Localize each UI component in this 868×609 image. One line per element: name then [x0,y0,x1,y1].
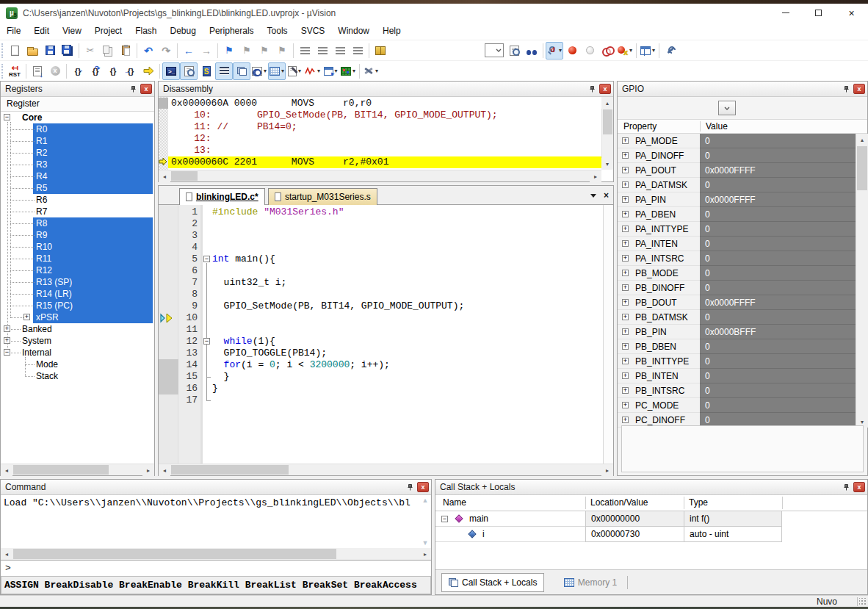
disassembly-code[interactable]: 0x0000060A 0000 MOVS r0,r0 10: GPIO_SetM… [159,97,601,170]
fold-toggle[interactable]: − [203,256,210,262]
menu-item-file[interactable]: File [0,22,27,40]
fold-toggle[interactable]: − [203,338,210,345]
menu-item-view[interactable]: View [56,22,88,40]
system-viewer-button[interactable]: ▾ [322,62,339,80]
resize-grip[interactable] [859,598,867,605]
callstack-row-i[interactable]: i0x00000730auto - uint [435,527,867,542]
gpio-row-pb_mode[interactable]: +PB_MODE0 [618,266,856,281]
editor-line-3[interactable]: 3 [159,230,603,242]
menu-item-edit[interactable]: Edit [27,22,56,40]
pin-icon[interactable] [128,84,139,94]
disassembly-hscrollbar[interactable]: ◂ ▸ [159,170,601,181]
gpio-row-pa_datmsk[interactable]: +PA_DATMSK0 [618,178,856,192]
editor-line-6[interactable]: 6 [159,265,603,277]
tree-expand-box[interactable]: + [622,314,629,320]
tree-expand-box[interactable]: + [622,328,629,335]
new-file-button[interactable] [6,42,23,60]
editor-line-10[interactable]: 10 [159,312,603,324]
show-next-statement-button[interactable] [140,62,157,80]
close-icon[interactable]: x [417,482,429,492]
target-select-combo-button[interactable] [483,42,505,60]
run-button[interactable] [29,62,46,80]
gpio-row-pb_inttype[interactable]: +PB_INTTYPE0 [618,354,856,369]
indent-right-button[interactable] [314,42,331,60]
register-row-banked[interactable]: Banked [1,323,154,335]
tree-expand-box[interactable]: + [622,358,629,364]
load-application-button[interactable] [372,42,389,60]
menu-item-tools[interactable]: Tools [261,22,294,40]
editor-line-17[interactable]: 17 [159,394,603,406]
tree-expand-box[interactable]: + [622,226,629,232]
close-button[interactable]: × [835,4,868,22]
window-layout-button[interactable]: ▾ [639,42,657,60]
gpio-vscrollbar[interactable]: ▴ ▾ [856,134,868,428]
tree-expand-box[interactable]: + [622,152,629,159]
uncomment-button[interactable] [349,42,366,60]
tree-expand-box[interactable]: − [4,349,10,356]
undo-button[interactable]: ↶ [140,42,157,60]
gpio-row-pb_dben[interactable]: +PB_DBEN0 [618,339,856,354]
gpio-row-pb_dout[interactable]: +PB_DOUT0x0000FFFF [618,295,856,310]
configure-target-button[interactable] [662,42,679,60]
close-icon[interactable]: x [599,84,611,94]
gpio-row-pb_dinoff[interactable]: +PB_DINOFF0 [618,281,856,295]
tree-expand-box[interactable]: − [441,516,448,522]
step-over-button[interactable]: {}↷ [87,62,104,80]
tree-expand-box[interactable]: + [622,137,629,144]
tree-expand-box[interactable]: + [4,337,10,344]
gpio-row-pa_inttype[interactable]: +PA_INTTYPE0 [618,222,856,237]
tree-expand-box[interactable]: + [622,284,629,291]
editor-line-4[interactable]: 4 [159,242,603,253]
tree-expand-box[interactable]: + [23,314,30,320]
cut-button[interactable]: ✂ [82,42,99,60]
disassembly-window-button[interactable] [180,62,198,80]
bookmark-toggle-button[interactable]: ⚑ [220,42,238,60]
kill-all-breakpoints-button[interactable]: ▾ [616,42,634,60]
editor-line-2[interactable]: 2 [159,218,603,230]
registers-window-button[interactable] [215,62,233,80]
menu-item-project[interactable]: Project [88,22,129,40]
tree-expand-box[interactable]: + [622,255,629,262]
gpio-select-combo[interactable] [718,101,736,115]
editor-hscrollbar[interactable]: ◂ ▸ [159,464,613,475]
gpio-row-pc_mode[interactable]: +PC_MODE0 [618,398,856,413]
bottom-tab-memory-1[interactable]: Memory 1 [557,573,623,592]
find-button[interactable]: d▾ [546,42,563,60]
tree-expand-box[interactable]: + [622,167,629,173]
save-button[interactable] [41,42,59,60]
gpio-row-pb_inten[interactable]: +PB_INTEN0 [618,369,856,383]
indent-left-button[interactable] [296,42,314,60]
redo-button[interactable]: ↷ [157,42,175,60]
close-icon[interactable]: x [140,84,152,94]
editor-line-1[interactable]: 1#include "M031Series.h" [159,206,603,218]
editor-vscrollbar[interactable] [603,205,613,464]
gpio-row-pa_dben[interactable]: +PA_DBEN0 [618,207,856,222]
tree-expand-box[interactable]: + [622,417,629,423]
pin-icon[interactable] [405,482,416,492]
copy-button[interactable] [99,42,117,60]
stop-button[interactable]: x [46,62,64,80]
gpio-row-pb_intsrc[interactable]: +PB_INTSRC0 [618,383,856,398]
bottom-tab-call-stack-locals[interactable]: Call Stack + Locals [441,573,544,592]
reset-button[interactable]: ↤RST [6,62,23,80]
step-into-button[interactable]: {}→ [69,62,87,80]
insert-breakpoint-button[interactable] [563,42,581,60]
symbol-window-button[interactable]: S [198,62,215,80]
menu-item-window[interactable]: Window [331,22,376,40]
paste-button[interactable] [117,42,134,60]
pin-icon[interactable] [841,482,852,492]
serial-windows-button[interactable]: ▾ [286,62,303,80]
disable-all-breakpoints-button[interactable] [598,42,616,60]
gpio-row-pa_dout[interactable]: +PA_DOUT0x0000FFFF [618,163,856,178]
incremental-find-button[interactable] [523,42,540,60]
close-icon[interactable]: x [853,84,865,94]
editor-line-12[interactable]: 12 while(1){ [159,336,603,347]
editor-line-8[interactable]: 8 [159,289,603,300]
register-row-core[interactable]: Core [1,112,154,123]
register-row-internal[interactable]: Internal [1,347,154,358]
editor-line-16[interactable]: 16} [159,383,603,394]
tree-expand-box[interactable]: + [622,372,629,379]
minimize-button[interactable] [769,4,802,22]
command-output[interactable]: Load "C:\\Users\\janzen\\Nuvoton\\Projec… [1,495,431,548]
navigate-forward-button[interactable]: → [198,42,215,60]
